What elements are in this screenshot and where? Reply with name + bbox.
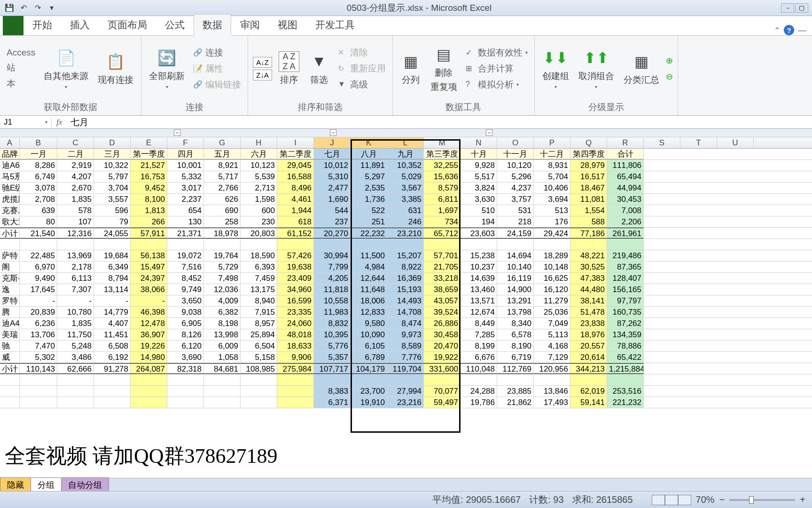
cell[interactable]: 4,461 bbox=[277, 194, 314, 205]
sheet-tab-auto[interactable]: 自动分组 bbox=[61, 477, 109, 492]
cell[interactable]: 654 bbox=[167, 205, 204, 216]
cell[interactable]: 78,886 bbox=[607, 341, 644, 351]
header-cell[interactable]: 十月 bbox=[461, 149, 497, 159]
cell[interactable]: 2,178 bbox=[57, 262, 94, 272]
cell[interactable]: 15,238 bbox=[461, 250, 497, 261]
cell[interactable]: 11,750 bbox=[57, 329, 94, 340]
cell[interactable]: 156,165 bbox=[607, 284, 644, 295]
cell[interactable]: 6,382 bbox=[204, 307, 241, 318]
cell[interactable]: 19,226 bbox=[131, 341, 167, 351]
cell[interactable]: 16,753 bbox=[131, 171, 167, 182]
cell[interactable]: 19,910 bbox=[351, 397, 387, 408]
cell[interactable]: 8,100 bbox=[131, 194, 167, 205]
cell[interactable]: 19,786 bbox=[461, 397, 497, 408]
cell[interactable]: 10,090 bbox=[351, 329, 387, 340]
cell[interactable]: 38,066 bbox=[131, 284, 167, 295]
header-cell[interactable]: 十二月 bbox=[534, 149, 570, 159]
cell[interactable]: 12,478 bbox=[131, 318, 167, 329]
cell[interactable]: 18,978 bbox=[204, 228, 241, 238]
cell[interactable]: 5,297 bbox=[351, 171, 387, 182]
cell[interactable] bbox=[277, 374, 314, 385]
cell[interactable]: 3,704 bbox=[94, 183, 131, 193]
cell[interactable]: - bbox=[20, 295, 57, 306]
cell[interactable]: 21,862 bbox=[497, 397, 534, 408]
cell[interactable] bbox=[277, 239, 314, 250]
cell[interactable]: 4,009 bbox=[204, 295, 241, 306]
from-other-button[interactable]: 📄 自其他来源▾ bbox=[41, 46, 91, 91]
cell[interactable]: 9,038 bbox=[167, 307, 204, 318]
text-to-columns-button[interactable]: ▦ 分列 bbox=[398, 49, 424, 88]
cell[interactable]: 16,119 bbox=[497, 273, 534, 284]
cell[interactable]: 11,891 bbox=[351, 160, 387, 171]
cell[interactable]: 3,557 bbox=[94, 194, 131, 205]
cell[interactable]: 80 bbox=[20, 216, 57, 227]
col-header-B[interactable]: B bbox=[20, 137, 57, 148]
cell[interactable]: 11,451 bbox=[94, 329, 131, 340]
tab-home[interactable]: 开始 bbox=[23, 14, 61, 35]
col-header-G[interactable]: G bbox=[204, 137, 241, 148]
consolidate-button[interactable]: ⊞合并计算 bbox=[464, 62, 530, 76]
cell[interactable]: 23,335 bbox=[277, 307, 314, 318]
cell[interactable]: 513 bbox=[534, 205, 570, 216]
cell[interactable]: 1,058 bbox=[204, 352, 241, 363]
cell[interactable]: 驰 bbox=[0, 341, 20, 351]
cell[interactable]: 6,113 bbox=[57, 273, 94, 284]
cell[interactable]: 8,340 bbox=[497, 318, 534, 329]
cell[interactable] bbox=[241, 239, 277, 250]
cell[interactable] bbox=[314, 239, 351, 250]
cell[interactable]: 3,824 bbox=[461, 183, 497, 193]
cell[interactable]: 16,517 bbox=[570, 171, 607, 182]
cell[interactable]: 12,316 bbox=[57, 228, 94, 238]
cell[interactable]: 59,497 bbox=[424, 397, 461, 408]
cell[interactable]: 110,048 bbox=[461, 363, 497, 374]
cell[interactable] bbox=[277, 386, 314, 397]
cell[interactable]: 23,838 bbox=[570, 318, 607, 329]
cell[interactable]: 57,426 bbox=[277, 250, 314, 261]
cell[interactable]: 32,255 bbox=[424, 160, 461, 171]
cell[interactable]: 522 bbox=[351, 205, 387, 216]
col-header-I[interactable]: I bbox=[277, 137, 314, 148]
cell[interactable]: 2,237 bbox=[167, 194, 204, 205]
cell[interactable]: 18,590 bbox=[241, 250, 277, 261]
tab-developer[interactable]: 开发工具 bbox=[306, 14, 364, 35]
cell[interactable]: 30,453 bbox=[607, 194, 644, 205]
window-close-icon[interactable]: — bbox=[798, 25, 806, 35]
cell[interactable]: 44,480 bbox=[570, 284, 607, 295]
cell[interactable]: 13,460 bbox=[461, 284, 497, 295]
cell[interactable]: 59,141 bbox=[570, 397, 607, 408]
cell[interactable]: 21,371 bbox=[167, 228, 204, 238]
cell[interactable]: 13,114 bbox=[94, 284, 131, 295]
cell[interactable]: 1,697 bbox=[424, 205, 461, 216]
cell[interactable]: 510 bbox=[461, 205, 497, 216]
col-header-F[interactable]: F bbox=[167, 137, 204, 148]
cell[interactable]: 11,081 bbox=[570, 194, 607, 205]
cell[interactable]: 61,152 bbox=[277, 228, 314, 238]
from-web-button[interactable]: 站 bbox=[5, 61, 17, 75]
cell[interactable]: 2,670 bbox=[57, 183, 94, 193]
cell[interactable]: 4,237 bbox=[497, 183, 534, 193]
cell[interactable]: 5,797 bbox=[94, 171, 131, 182]
col-header-H[interactable]: H bbox=[241, 137, 277, 148]
cell[interactable]: 19,922 bbox=[424, 352, 461, 363]
cell[interactable] bbox=[167, 386, 204, 397]
cell[interactable]: 9,928 bbox=[461, 160, 497, 171]
header-cell[interactable]: 合计 bbox=[607, 149, 644, 159]
spreadsheet-grid[interactable]: 品牌一月二月三月第一季度四月五月六月第二季度七月八月九月第三季度十月十一月十二月… bbox=[0, 149, 812, 408]
cell[interactable]: 8,286 bbox=[20, 160, 57, 171]
tab-file[interactable] bbox=[3, 16, 23, 35]
cell[interactable]: 24,159 bbox=[497, 228, 534, 238]
cell[interactable]: 5,704 bbox=[534, 171, 570, 182]
cell[interactable]: 48,221 bbox=[570, 250, 607, 261]
refresh-all-button[interactable]: 🔄 全部刷新▾ bbox=[146, 46, 187, 91]
cell[interactable]: 2,535 bbox=[351, 183, 387, 193]
cell[interactable]: 5,357 bbox=[314, 352, 351, 363]
cell[interactable]: 腾 bbox=[0, 307, 20, 318]
cell[interactable]: 13,846 bbox=[534, 386, 570, 397]
cell[interactable] bbox=[20, 239, 57, 250]
cell[interactable]: 8,126 bbox=[167, 329, 204, 340]
cell[interactable]: 6,371 bbox=[314, 397, 351, 408]
cell[interactable]: 3,017 bbox=[167, 183, 204, 193]
cell[interactable]: 107,717 bbox=[314, 363, 351, 374]
cell[interactable]: 578 bbox=[57, 205, 94, 216]
cell[interactable]: 小计 bbox=[0, 363, 20, 374]
